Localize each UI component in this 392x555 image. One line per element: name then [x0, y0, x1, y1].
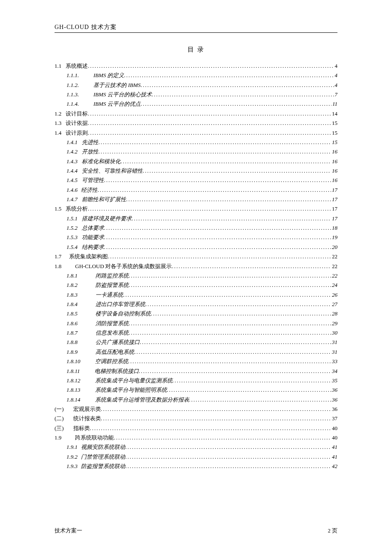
toc-entry-label: 跨系统联动功能 — [73, 433, 114, 442]
toc-leader-dots — [101, 405, 331, 414]
toc-leader-dots — [101, 414, 331, 423]
toc-entry: 1.4.5可管理性16 — [55, 176, 337, 185]
toc-entry: 1.8GH-CLOUD 对各子系统的集成数据展示22 — [55, 262, 337, 271]
toc-entry-number: 1.1 — [55, 61, 61, 71]
toc-entry-number: 1.5.2 — [66, 223, 78, 233]
toc-entry: 1.4.2开放性16 — [55, 147, 337, 156]
toc-entry-label: 系统集成平台运维管理及数据分析报表 — [93, 395, 189, 405]
toc-entry: 1.4.3标准化和模块化16 — [55, 157, 337, 166]
toc-entry: 1.8.12系统集成平台与电量仪监测系统35 — [55, 376, 337, 385]
toc-leader-dots — [98, 147, 331, 156]
toc-entry-label: 可管理性 — [80, 176, 104, 185]
toc-entry-number: (一) — [55, 405, 64, 414]
toc-entry-number: 1.9.2 — [66, 452, 78, 462]
toc-entry-page: 15 — [331, 138, 337, 147]
toc-leader-dots — [140, 338, 331, 347]
toc-entry-label: 指标类 — [72, 424, 90, 433]
toc-entry-page: 41 — [331, 452, 337, 462]
toc-entry: 1.8.10空调群控系统33 — [55, 357, 337, 366]
toc-entry-label: 安全性、可靠性和容错性 — [80, 166, 143, 176]
toc-entry-label: IBMS 的定义 — [92, 71, 124, 80]
toc-entry-number: 1.8.5 — [66, 309, 78, 318]
page-content: GH-CLOUD 技术方案 目 录 1.1系统概述41.1.1.IBMS 的定义… — [0, 0, 392, 492]
toc-entry-page: 28 — [331, 309, 337, 318]
toc-entry: 1.8.8公共广播系统接口31 — [55, 338, 337, 347]
toc-leader-dots — [98, 138, 331, 147]
toc-entry: 1.5.2总体要求18 — [55, 223, 337, 233]
toc-entry-page: 37 — [331, 414, 337, 423]
toc-entry: (三)指标类40 — [55, 424, 337, 433]
toc-entry: 1.9.3防盗报警系统联动42 — [55, 462, 337, 471]
toc-entry-number: 1.4.3 — [66, 157, 78, 166]
toc-leader-dots — [129, 271, 331, 280]
toc-leader-dots — [189, 395, 331, 405]
toc-entry-label: 空调群控系统 — [93, 357, 128, 366]
toc-entry-number: 1.8.10 — [66, 357, 81, 366]
toc-entry: (一)宏观展示类36 — [55, 405, 337, 414]
toc-title: 目 录 — [55, 46, 337, 54]
toc-leader-dots — [104, 233, 331, 242]
toc-entry-page: 40 — [331, 433, 337, 442]
toc-leader-dots — [90, 424, 331, 433]
toc-entry-number: 1.2 — [55, 109, 61, 119]
toc-leader-dots — [88, 119, 331, 128]
toc-entry-page: 11 — [331, 99, 337, 109]
toc-entry-number: 1.8.4 — [66, 300, 78, 309]
toc-entry-number: 1.4.6 — [66, 185, 78, 195]
toc-leader-dots — [132, 214, 331, 223]
toc-entry-page: 41 — [331, 442, 337, 452]
toc-entry-label: 系统集成平台与电量仪监测系统 — [93, 376, 173, 385]
toc-entry-number: 1.8.6 — [66, 319, 78, 328]
toc-leader-dots — [123, 290, 331, 300]
toc-entry-number: 1.8.11 — [66, 367, 80, 376]
toc-entry-page: 40 — [331, 424, 337, 433]
toc-entry-label: 功能要求 — [80, 233, 104, 242]
toc-leader-dots — [125, 442, 331, 452]
toc-leader-dots — [98, 185, 331, 195]
toc-entry-page: 30 — [331, 328, 337, 338]
toc-entry-label: 系统分析 — [64, 204, 88, 214]
toc-entry: 1.9.1视频安防系统联动41 — [55, 442, 337, 452]
toc-leader-dots — [125, 452, 331, 462]
toc-entry-number: 1.4.2 — [66, 147, 78, 156]
toc-entry-page: 20 — [331, 243, 337, 252]
toc-entry-label: 门禁管理系统联动 — [79, 452, 125, 462]
toc-entry-number: 1.3 — [55, 119, 61, 128]
toc-entry: 1.5.4结构要求20 — [55, 243, 337, 252]
toc-entry-page: 24 — [331, 280, 337, 290]
toc-entry-number: 1.1.2. — [66, 81, 79, 90]
toc-entry-label: 统计报表类 — [72, 414, 101, 423]
toc-entry: (二)统计报表类37 — [55, 414, 337, 423]
toc-entry-number: 1.8.13 — [66, 385, 81, 395]
toc-entry-page: 17 — [331, 195, 337, 204]
toc-entry-label: 电梯控制系统接口 — [93, 367, 139, 376]
toc-entry-page: 14 — [331, 109, 337, 119]
toc-entry: 1.8.11电梯控制系统接口34 — [55, 367, 337, 376]
toc-entry-number: 1.9 — [55, 433, 61, 442]
toc-leader-dots — [173, 376, 331, 385]
toc-entry-label: 结构要求 — [80, 243, 104, 252]
toc-entry: 1.8.13系统集成平台与智能照明系统36 — [55, 385, 337, 395]
toc-entry-label: 消防报警系统 — [94, 319, 129, 328]
toc-entry-label: 标准化和模块化 — [80, 157, 121, 166]
toc-entry: 1.5系统分析17 — [55, 204, 337, 214]
toc-entry-label: 宏观展示类 — [72, 405, 101, 414]
toc-leader-dots — [88, 128, 331, 138]
toc-entry: 1.1.3.IBMS 云平台的核心技术7 — [55, 90, 337, 99]
toc-entry-number: 1.8.8 — [66, 338, 78, 347]
toc-entry-number: (二) — [55, 414, 64, 423]
toc-entry-page: 26 — [331, 290, 337, 300]
toc-leader-dots — [129, 328, 331, 338]
toc-entry-label: 防盗报警系统联动 — [79, 462, 125, 471]
toc-entry: 1.4.1先进性15 — [55, 138, 337, 147]
toc-leader-dots — [124, 71, 334, 80]
toc-leader-dots — [172, 262, 331, 271]
page-header: GH-CLOUD 技术方案 — [55, 23, 337, 33]
toc-entry-label: 经济性 — [79, 185, 98, 195]
toc-leader-dots — [104, 243, 331, 252]
toc-entry: 1.4设计原则15 — [55, 128, 337, 138]
toc-entry-page: 36 — [331, 405, 337, 414]
toc-entry-label: GH-CLOUD 对各子系统的集成数据展示 — [73, 262, 172, 271]
toc-entry-number: 1.4.1 — [66, 138, 78, 147]
toc-leader-dots — [152, 90, 334, 99]
